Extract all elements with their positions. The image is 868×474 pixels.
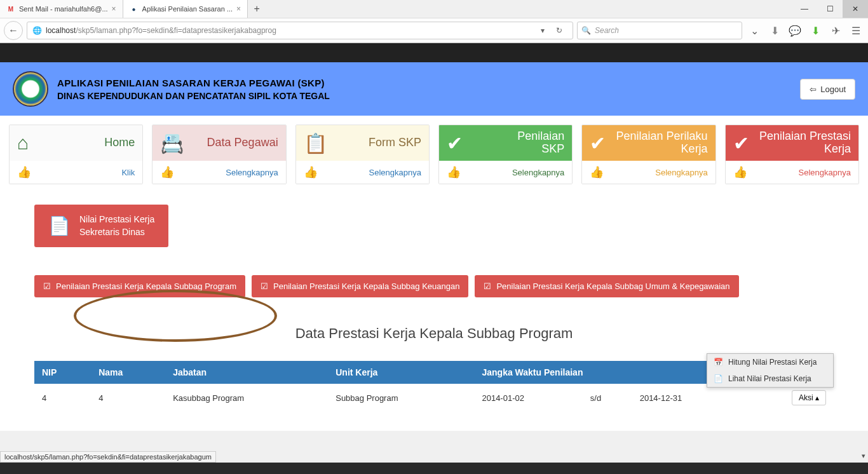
cell-nama: 4 — [91, 384, 165, 412]
cell-start: 2014-01-02 — [474, 384, 582, 412]
content-area: 📄 Nilai Prestasi Kerja Sekretaris Dinas … — [0, 189, 868, 431]
card-5[interactable]: ✔Penilaian PrestasiKerja👍Selengkapnya — [725, 125, 859, 184]
calendar-icon: 📅 — [714, 358, 723, 367]
card-title: PenilaianSKP — [517, 130, 564, 156]
tab-button-label: Penilaian Prestasi Kerja Kepala Subbag U… — [496, 281, 729, 291]
gmail-icon: M — [6, 4, 15, 13]
tab-app[interactable]: ● Aplikasi Penilaian Sasaran ... × — [123, 0, 248, 18]
th-nama: Nama — [91, 361, 165, 384]
document-icon: 📄 — [714, 374, 723, 383]
check-icon: ☑ — [484, 281, 491, 291]
logout-icon: ⇦ — [810, 85, 817, 94]
aksi-button[interactable]: Aksi ▴ — [792, 390, 826, 405]
history-dropdown-icon[interactable]: ▾ — [534, 26, 551, 35]
card-0[interactable]: ⌂Home👍Klik — [9, 125, 143, 184]
back-button[interactable]: ← — [4, 21, 23, 40]
table-wrapper: 📅 Hitung Nilai Prestasi Kerja 📄 Lihat Ni… — [34, 361, 834, 412]
thumb-icon: 👍 — [733, 165, 747, 179]
th-unit: Unit Kerja — [328, 361, 474, 384]
new-tab-button[interactable]: + — [248, 0, 266, 18]
card-2[interactable]: 📋Form SKP👍Selengkapnya — [295, 125, 430, 184]
cell-end: 2014-12-31 — [632, 384, 740, 412]
caret-up-icon: ▴ — [815, 393, 819, 402]
browser-toolbar: ← 🌐 localhost/skp5/laman.php?fo=sekdin&f… — [0, 18, 868, 43]
header-line1: APLIKASI PENILAIAN SASARAN KERJA PEGAWAI… — [57, 78, 330, 88]
chip-line1: Nilai Prestasi Kerja — [79, 214, 154, 224]
minimize-button[interactable]: — — [792, 0, 817, 18]
search-bar[interactable]: 🔍 Search — [577, 22, 742, 39]
idm-icon[interactable]: ⬇ — [807, 25, 824, 37]
send-icon[interactable]: ✈ — [827, 25, 844, 37]
document-icon: 📄 — [48, 215, 71, 236]
logout-button[interactable]: ⇦ Logout — [800, 79, 855, 100]
cell-sep: s/d — [583, 384, 632, 412]
tab-label: Aplikasi Penilaian Sasaran ... — [142, 5, 233, 13]
url-host: localhost — [46, 26, 76, 35]
dashboard-cards: ⌂Home👍Klik📇Data Pegawai👍Selengkapnya📋For… — [0, 116, 868, 189]
chip-line2: Sekretaris Dinas — [79, 227, 145, 237]
chat-icon[interactable]: 💬 — [787, 25, 803, 37]
cell-jabatan: Kasubbag Program — [165, 384, 328, 412]
thumb-icon: 👍 — [304, 165, 318, 179]
card-title: Data Pegawai — [207, 137, 278, 149]
card-link[interactable]: Selengkapnya — [655, 168, 707, 177]
downloads-icon[interactable]: ⬇ — [766, 25, 783, 37]
card-4[interactable]: ✔Penilaian PerilakuKerja👍Selengkapnya — [581, 125, 715, 184]
card-title: Home — [104, 137, 135, 149]
menu-item-hitung[interactable]: 📅 Hitung Nilai Prestasi Kerja — [707, 354, 833, 370]
card-link[interactable]: Selengkapnya — [226, 168, 278, 177]
th-jabatan: Jabatan — [165, 361, 328, 384]
maximize-button[interactable]: ☐ — [817, 0, 843, 18]
table-row: 4 4 Kasubbag Program Subbag Program 2014… — [34, 384, 834, 412]
dark-strip — [0, 43, 868, 62]
th-nip: NIP — [34, 361, 91, 384]
aksi-dropdown-menu: 📅 Hitung Nilai Prestasi Kerja 📄 Lihat Ni… — [707, 353, 834, 388]
tab-label: Sent Mail - mariahulfah6@... — [19, 5, 108, 13]
chip-nilai-prestasi[interactable]: 📄 Nilai Prestasi Kerja Sekretaris Dinas — [34, 205, 168, 247]
card-link[interactable]: Klik — [121, 168, 135, 177]
thumb-icon: 👍 — [447, 165, 461, 179]
card-title: Penilaian PrestasiKerja — [759, 130, 851, 156]
logout-label: Logout — [820, 85, 846, 94]
card-1[interactable]: 📇Data Pegawai👍Selengkapnya — [152, 125, 286, 184]
card-icon: 📋 — [304, 132, 327, 154]
close-icon[interactable]: × — [112, 4, 116, 13]
url-path: /skp5/laman.php?fo=sekdin&fi=dataprestas… — [76, 26, 276, 35]
scroll-down-arrow[interactable]: ▾ — [862, 452, 865, 460]
tab-button-1[interactable]: ☑Penilaian Prestasi Kerja Kepala Subbag … — [252, 275, 468, 297]
card-3[interactable]: ✔PenilaianSKP👍Selengkapnya — [438, 125, 573, 184]
window-close-button[interactable]: ✕ — [843, 0, 868, 18]
tab-button-0[interactable]: ☑Penilaian Prestasi Kerja Kepala Subbag … — [34, 275, 245, 297]
tab-button-label: Penilaian Prestasi Kerja Kepala Subbag K… — [273, 281, 459, 291]
tab-gmail[interactable]: M Sent Mail - mariahulfah6@... × — [0, 0, 123, 18]
cell-nip: 4 — [34, 384, 91, 412]
search-placeholder: Search — [595, 26, 619, 35]
section-title: Data Prestasi Kerja Kepala Subbag Progra… — [34, 325, 834, 342]
card-icon: 📇 — [160, 132, 184, 154]
check-icon: ☑ — [43, 281, 51, 291]
app-header: APLIKASI PENILAIAN SASARAN KERJA PEGAWAI… — [0, 62, 868, 116]
tab-buttons-row: ☑Penilaian Prestasi Kerja Kepala Subbag … — [34, 275, 834, 297]
thumb-icon: 👍 — [17, 165, 31, 179]
pocket-icon[interactable]: ⌄ — [746, 25, 763, 37]
globe-icon: 🌐 — [32, 26, 42, 35]
cell-unit: Subbag Program — [328, 384, 474, 412]
menu-item-lihat[interactable]: 📄 Lihat Nilai Prestasi Kerja — [707, 370, 833, 387]
url-bar[interactable]: 🌐 localhost/skp5/laman.php?fo=sekdin&fi=… — [27, 22, 573, 39]
tab-button-label: Penilaian Prestasi Kerja Kepala Subbag P… — [56, 281, 236, 291]
os-taskbar — [0, 463, 868, 474]
search-icon: 🔍 — [581, 26, 591, 35]
close-icon[interactable]: × — [236, 4, 241, 13]
header-line2: DINAS KEPENDUDUKAN DAN PENCATATAN SIPIL … — [57, 91, 330, 101]
shield-icon: ● — [130, 4, 139, 13]
card-icon: ✔ — [447, 132, 463, 154]
tab-button-2[interactable]: ☑Penilaian Prestasi Kerja Kepala Subbag … — [475, 275, 738, 297]
card-link[interactable]: Selengkapnya — [799, 168, 851, 177]
card-link[interactable]: Selengkapnya — [512, 168, 564, 177]
card-link[interactable]: Selengkapnya — [369, 168, 421, 177]
th-jangka: Jangka Waktu Penilaian — [474, 361, 740, 384]
reload-icon[interactable]: ↻ — [551, 26, 567, 35]
menu-icon[interactable]: ☰ — [848, 25, 864, 37]
thumb-icon: 👍 — [160, 165, 174, 179]
card-title: Penilaian PerilakuKerja — [616, 130, 708, 156]
